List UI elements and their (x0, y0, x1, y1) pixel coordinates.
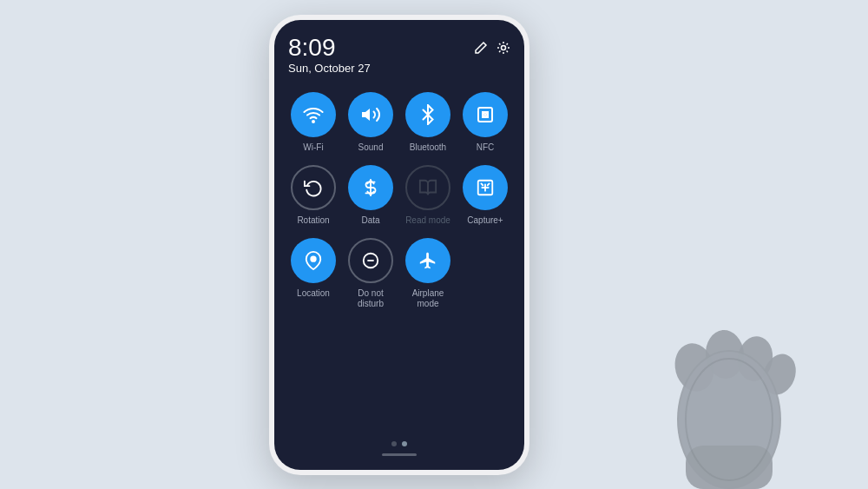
donotdisturb-control[interactable]: Do not disturb (345, 238, 396, 309)
home-bar[interactable] (382, 453, 417, 456)
captureplus-label: Capture+ (467, 215, 503, 226)
phone-screen: 8:09 Sun, October 27 (274, 20, 524, 470)
wifi-label: Wi-Fi (303, 142, 323, 153)
status-bar: 8:09 Sun, October 27 (288, 36, 510, 75)
svg-point-11 (704, 328, 746, 380)
bluetooth-button[interactable] (405, 92, 450, 137)
sound-label: Sound (358, 142, 384, 153)
donotdisturb-button[interactable] (348, 238, 393, 283)
donotdisturb-label: Do not disturb (345, 288, 396, 309)
nfc-label: NFC (477, 142, 495, 153)
location-button[interactable] (291, 238, 336, 283)
svg-point-6 (311, 256, 316, 261)
nfc-control[interactable]: NFC (460, 92, 510, 153)
rotation-button[interactable] (291, 165, 336, 210)
sound-button[interactable] (348, 92, 393, 137)
location-control[interactable]: Location (288, 238, 339, 309)
controls-row-3: Location Do not disturb Airplane mo (288, 238, 510, 309)
svg-point-13 (758, 349, 801, 399)
readmode-control[interactable]: Read mode (403, 165, 453, 226)
empty-cell (460, 238, 510, 309)
captureplus-control[interactable]: Capture+ (460, 165, 510, 226)
svg-point-0 (502, 45, 506, 50)
bluetooth-control[interactable]: Bluetooth (403, 92, 453, 153)
settings-icon[interactable] (496, 41, 510, 58)
svg-point-9 (677, 350, 781, 489)
page-dot-2 (402, 441, 407, 446)
nfc-button[interactable] (463, 92, 508, 137)
page-dot-1 (391, 441, 397, 446)
cat-paw (642, 246, 816, 489)
sound-control[interactable]: Sound (345, 92, 396, 153)
controls-row-1: Wi-Fi Sound Bluetooth (288, 92, 510, 153)
svg-rect-15 (686, 446, 773, 489)
time-display: 8:09 (288, 36, 371, 60)
date-display: Sun, October 27 (288, 62, 371, 75)
readmode-label: Read mode (405, 215, 450, 226)
wifi-control[interactable]: Wi-Fi (288, 92, 339, 153)
edit-icon[interactable] (474, 41, 488, 58)
data-button[interactable] (348, 165, 393, 210)
rotation-control[interactable]: Rotation (288, 165, 339, 226)
airplane-label: Airplane mode (403, 288, 453, 309)
airplane-button[interactable] (405, 238, 450, 283)
svg-marker-2 (362, 109, 370, 121)
svg-point-1 (312, 121, 314, 122)
rotation-label: Rotation (297, 215, 329, 226)
readmode-button[interactable] (405, 165, 450, 210)
location-label: Location (297, 288, 330, 299)
phone-device: 8:09 Sun, October 27 (269, 15, 529, 475)
bluetooth-label: Bluetooth (410, 142, 446, 153)
data-control[interactable]: Data (345, 165, 396, 226)
time-section: 8:09 Sun, October 27 (288, 36, 371, 75)
svg-point-10 (670, 339, 720, 395)
svg-point-16 (686, 359, 773, 480)
captureplus-button[interactable] (463, 165, 508, 210)
data-label: Data (361, 215, 379, 226)
wifi-button[interactable] (291, 92, 336, 137)
svg-point-12 (734, 334, 776, 384)
page-dots (288, 433, 510, 446)
header-icons (474, 36, 510, 58)
controls-row-2: Rotation Data (288, 165, 510, 226)
svg-point-14 (679, 352, 779, 487)
airplane-control[interactable]: Airplane mode (403, 238, 453, 309)
